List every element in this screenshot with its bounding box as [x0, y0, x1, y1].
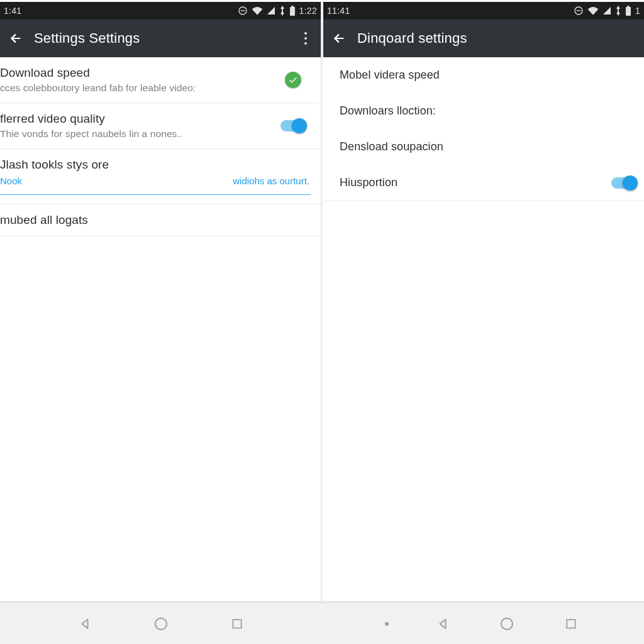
right-phone-screen: 11:41: [322, 2, 644, 601]
setting-download-speed[interactable]: Download speed cces colebboutory leand f…: [0, 57, 321, 103]
nav-recents-button[interactable]: [227, 614, 247, 634]
svg-rect-9: [233, 619, 241, 628]
nav-extra-dot: [385, 622, 389, 626]
setting-title: mubed all logats: [0, 213, 309, 227]
data-icon: [615, 6, 621, 16]
status-bar: 1:41: [0, 2, 321, 19]
switch-toggle[interactable]: [611, 177, 636, 189]
battery-icon: [625, 6, 631, 16]
nav-back-button[interactable]: [433, 614, 453, 634]
setting-video-quality[interactable]: flerred video quality Thie vonds for spe…: [0, 103, 321, 149]
setting-download-location[interactable]: Downloars lloction:: [323, 93, 644, 129]
nav-right: [322, 603, 644, 644]
app-bar: Dinqoard settings: [323, 19, 644, 57]
svg-rect-6: [626, 7, 631, 16]
overflow-menu-button[interactable]: [298, 28, 313, 48]
setting-mobel-speed[interactable]: Mobel videra speed: [323, 57, 644, 93]
cell-icon: [267, 6, 275, 15]
svg-rect-1: [240, 10, 245, 11]
setting-title: Mobel videra speed: [340, 69, 633, 82]
svg-rect-2: [290, 7, 295, 16]
setting-title: Jlash tookls stys ore: [0, 158, 309, 172]
dnd-icon: [574, 6, 584, 16]
setting-title: Downloars lloction:: [340, 104, 633, 118]
svg-rect-5: [577, 10, 581, 11]
setting-title: Hiusportion: [340, 176, 610, 189]
check-icon: [285, 72, 301, 88]
left-phone-screen: 1:41: [0, 2, 322, 601]
svg-point-8: [155, 618, 167, 630]
battery-icon: [289, 6, 296, 16]
status-time-left: 11:41: [327, 6, 350, 16]
status-bar: 11:41: [323, 2, 644, 19]
setting-all-logats[interactable]: mubed all logats: [0, 204, 321, 236]
link-left[interactable]: Nook: [0, 175, 22, 186]
settings-list: Mobel videra speed Downloars lloction: D…: [323, 57, 644, 201]
status-time-right: 1:22: [299, 6, 317, 16]
nav-recents-button[interactable]: [561, 614, 581, 634]
setting-title: flerred video quality: [0, 112, 277, 126]
nav-back-button[interactable]: [75, 614, 95, 634]
nav-home-button[interactable]: [151, 614, 171, 634]
setting-subtitle: cces colebboutory leand fab for leable v…: [0, 82, 277, 94]
setting-title: Densload soupacion: [340, 140, 633, 153]
setting-hiusportion[interactable]: Hiusportion: [323, 165, 644, 201]
back-button[interactable]: [6, 29, 25, 48]
wifi-icon: [587, 6, 599, 15]
svg-point-10: [501, 618, 513, 630]
svg-rect-11: [567, 619, 575, 628]
svg-rect-7: [627, 6, 629, 7]
app-bar: Settings Settings: [0, 19, 321, 57]
appbar-title: Dinqoard settings: [357, 30, 467, 47]
setting-densload[interactable]: Densload soupacion: [323, 129, 644, 165]
cell-icon: [602, 6, 611, 15]
system-nav-bar: [0, 601, 644, 644]
dnd-icon: [238, 6, 248, 16]
nav-home-button[interactable]: [497, 614, 517, 634]
wifi-icon: [252, 6, 263, 15]
status-time-right: 1: [635, 6, 640, 16]
back-button[interactable]: [330, 29, 348, 48]
setting-title: Download speed: [0, 66, 277, 80]
link-right[interactable]: widiohs as ourturt.: [233, 175, 309, 186]
data-icon: [279, 6, 286, 16]
nav-left: [0, 603, 322, 644]
status-time-left: 1:41: [4, 6, 21, 16]
switch-toggle[interactable]: [280, 120, 306, 131]
setting-subtitle: Thie vonds for spect naubels lin a nones…: [0, 128, 277, 140]
settings-list: Download speed cces colebboutory leand f…: [0, 57, 321, 236]
setting-flash-tools[interactable]: Jlash tookls stys ore Nook widiohs as ou…: [0, 149, 321, 204]
appbar-title: Settings Settings: [34, 30, 140, 47]
svg-rect-3: [291, 6, 293, 7]
